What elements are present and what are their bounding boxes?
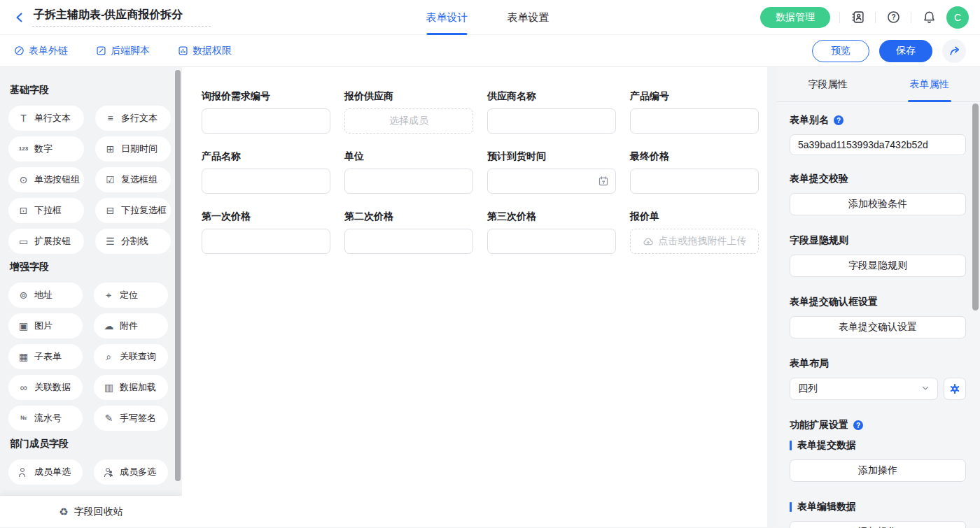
form-field-final-price[interactable]: 最终价格	[630, 150, 759, 194]
help-badge-icon[interactable]: ?	[834, 115, 844, 125]
field-pill-attachment[interactable]: ☁附件	[94, 313, 168, 338]
field-pill-image[interactable]: ▣图片	[8, 313, 83, 338]
save-button[interactable]: 保存	[879, 40, 932, 62]
field-pill-address[interactable]: ⊚地址	[8, 283, 83, 308]
field-pill-divider-line[interactable]: ☰分割线	[95, 229, 171, 254]
expected-arrival-time-label: 预计到货时间	[487, 150, 616, 163]
toolbar-link-form-external-link[interactable]: 表单外链	[14, 45, 68, 57]
upload-placeholder: 点击或拖拽附件上传	[659, 235, 747, 248]
field-pill-related-data[interactable]: ∞关联数据	[8, 375, 83, 400]
bell-icon[interactable]	[920, 9, 937, 26]
third-price-label: 第三次价格	[487, 211, 616, 223]
form-field-quotation-upload[interactable]: 报价单点击或拖拽附件上传	[630, 211, 759, 254]
pill-grid-1: ⊚地址⌖定位▣图片☁附件▦子表单⌕关联查询∞关联数据▥数据加载№流水号✎手写签名	[8, 283, 168, 431]
field-pill-data-load[interactable]: ▥数据加载	[94, 375, 168, 400]
top-tab-0[interactable]: 表单设计	[426, 0, 468, 35]
top-tab-1[interactable]: 表单设置	[507, 0, 549, 35]
field-pill-multi-select[interactable]: ⊟下拉复选框	[95, 198, 171, 223]
add-validation-button[interactable]: 添加校验条件	[790, 193, 966, 215]
avatar[interactable]: C	[946, 6, 969, 29]
form-field-second-price[interactable]: 第二次价格	[344, 211, 473, 254]
field-pill-serial-number[interactable]: №流水号	[8, 406, 83, 431]
quotation-upload-dropzone[interactable]: 点击或拖拽附件上传	[630, 229, 759, 254]
supplier-name-input[interactable]	[487, 108, 616, 134]
form-field-expected-arrival-time[interactable]: 预计到货时间	[487, 150, 616, 194]
first-price-input[interactable]	[202, 229, 330, 254]
field-pill-datetime[interactable]: ⊞日期时间	[95, 136, 171, 162]
quote-supplier-picker[interactable]: 选择成员	[344, 108, 473, 134]
form-alias-input[interactable]: 5a39bad1153993da7432b52d	[790, 134, 966, 155]
field-pill-label: 关联查询	[120, 350, 156, 363]
form-field-supplier-name[interactable]: 供应商名称	[487, 90, 616, 134]
edit-data-add-action-button[interactable]: 添加操作	[790, 521, 966, 528]
form-field-quote-supplier[interactable]: 报价供应商选择成员	[344, 90, 473, 134]
preview-button[interactable]: 预览	[812, 40, 869, 62]
quotation-upload-label: 报价单	[630, 211, 759, 223]
tool-links: 表单外链后端脚本数据权限	[14, 45, 260, 57]
unit-input[interactable]	[344, 169, 473, 194]
field-pill-checkbox-group[interactable]: ☑复选框组	[95, 167, 171, 192]
final-price-input[interactable]	[630, 169, 759, 194]
form-field-product-name[interactable]: 产品名称	[202, 150, 330, 194]
help-badge-icon[interactable]: ?	[853, 420, 863, 430]
form-field-product-no[interactable]: 产品编号	[630, 90, 759, 134]
form-layout-select[interactable]: 四列	[790, 378, 938, 400]
attachment-icon: ☁	[103, 321, 115, 331]
inquiry-request-no-input[interactable]	[202, 108, 330, 134]
contact-book-icon[interactable]	[849, 9, 866, 26]
form-field-inquiry-request-no[interactable]: 询报价需求编号	[202, 90, 330, 134]
help-icon[interactable]: ?	[885, 9, 902, 26]
data-manage-button[interactable]: 数据管理	[760, 7, 830, 28]
field-pill-label: 单选按钮组	[34, 173, 80, 186]
product-name-input[interactable]	[202, 169, 330, 194]
field-pill-radio-group[interactable]: ⊙单选按钮组	[8, 167, 84, 192]
submit-validation-label: 表单提交校验	[790, 173, 966, 185]
field-pill-number[interactable]: 123数字	[8, 136, 84, 162]
supplier-name-label: 供应商名称	[487, 90, 616, 103]
panel-scrollbar[interactable]	[972, 104, 979, 311]
sidebar-scrollbar[interactable]	[175, 70, 181, 481]
field-pill-single-line-text[interactable]: T单行文本	[8, 106, 84, 131]
product-no-input[interactable]	[630, 108, 759, 134]
permission-icon	[178, 45, 188, 56]
third-price-input[interactable]	[487, 229, 616, 254]
toolbar-link-data-permission[interactable]: 数据权限	[178, 45, 232, 57]
submit-confirm-button[interactable]: 表单提交确认设置	[790, 316, 966, 338]
submit-data-add-action-button[interactable]: 添加操作	[790, 459, 966, 482]
share-button[interactable]	[942, 39, 966, 63]
form-field-first-price[interactable]: 第一次价格	[202, 211, 330, 254]
field-pill-label: 数字	[34, 143, 52, 155]
expected-arrival-time-input[interactable]	[487, 169, 616, 194]
field-recycle-bin[interactable]: ♻ 字段回收站	[0, 496, 182, 527]
field-pill-sub-form[interactable]: ▦子表单	[8, 344, 83, 369]
back-button[interactable]	[11, 9, 28, 26]
field-pill-label: 流水号	[34, 412, 62, 424]
field-pill-label: 手写签名	[120, 412, 156, 424]
field-pill-member-multi[interactable]: 成员多选	[94, 459, 168, 485]
field-pill-location[interactable]: ⌖定位	[94, 283, 168, 308]
radio-group-icon: ⊙	[18, 175, 29, 185]
calendar-icon	[598, 176, 609, 187]
field-pill-label: 日期时间	[121, 143, 158, 155]
section-title-1: 增强字段	[10, 261, 168, 273]
form-title[interactable]: 子拆主辅助表-供应商报价拆分	[32, 8, 211, 27]
multi-line-text-icon: ≡	[104, 113, 116, 123]
script-icon	[96, 45, 106, 56]
form-field-unit[interactable]: 单位	[344, 150, 473, 194]
second-price-input[interactable]	[344, 229, 473, 254]
submit-confirm-label: 表单提交确认框设置	[790, 296, 966, 308]
pill-grid-0: T单行文本≡多行文本123数字⊞日期时间⊙单选按钮组☑复选框组⊡下拉框⊟下拉复选…	[8, 106, 168, 254]
layout-settings-button[interactable]	[944, 378, 966, 400]
tab-form-properties[interactable]: 表单属性	[878, 67, 980, 101]
field-visibility-button[interactable]: 字段显隐规则	[790, 255, 966, 277]
field-pill-extend-button[interactable]: ▭扩展按钮	[8, 229, 84, 254]
field-pill-handwritten-signature[interactable]: ✎手写签名	[94, 406, 168, 431]
tab-field-properties[interactable]: 字段属性	[777, 67, 878, 101]
form-field-third-price[interactable]: 第三次价格	[487, 211, 616, 254]
field-pill-label: 下拉框	[34, 204, 62, 217]
field-pill-select[interactable]: ⊡下拉框	[8, 198, 84, 223]
toolbar-link-backend-script[interactable]: 后端脚本	[96, 45, 150, 57]
field-pill-member-single[interactable]: 成员单选	[8, 459, 83, 485]
field-pill-related-query[interactable]: ⌕关联查询	[94, 344, 168, 369]
field-pill-multi-line-text[interactable]: ≡多行文本	[95, 106, 171, 131]
